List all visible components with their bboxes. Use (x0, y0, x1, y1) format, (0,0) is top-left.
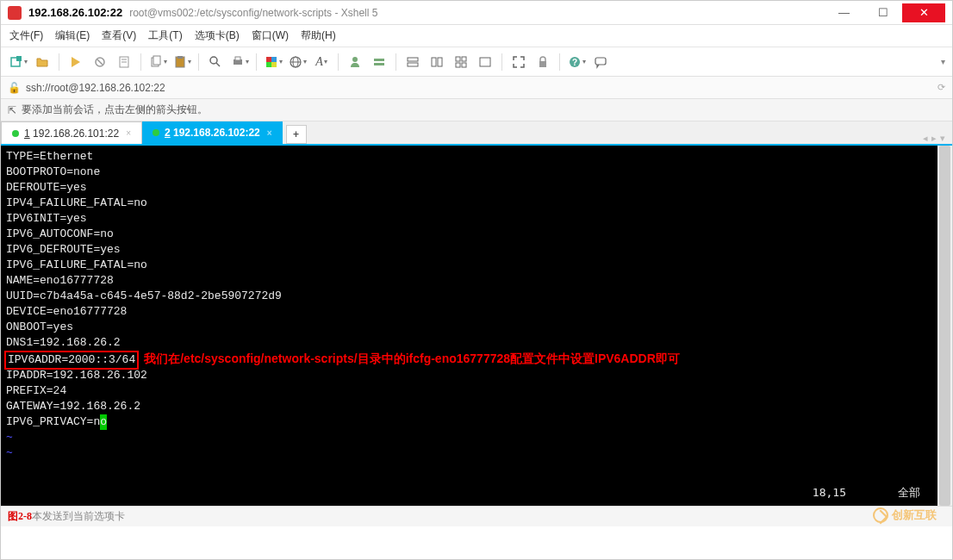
properties-button[interactable] (114, 52, 134, 72)
status-text: 本发送到当前选项卡 (32, 509, 125, 524)
tab-nav: ◂ ▸ ▾ (923, 133, 945, 144)
svg-rect-25 (408, 63, 418, 66)
reconnect-button[interactable] (65, 52, 86, 72)
svg-rect-28 (456, 57, 460, 61)
svg-rect-31 (462, 63, 466, 67)
layout-horizontal-button[interactable] (402, 52, 423, 72)
menu-view[interactable]: 查看(V) (102, 28, 136, 43)
terminal[interactable]: TYPE=Ethernet BOOTPROTO=none DEFROUTE=ye… (1, 146, 937, 506)
ftp-button[interactable] (369, 52, 389, 72)
print-button[interactable] (229, 52, 250, 72)
svg-rect-26 (432, 58, 436, 66)
svg-rect-36 (595, 58, 606, 65)
terminal-line: PREFIX=24 (6, 384, 66, 397)
session-tab-1[interactable]: 1 192.168.26.101:22 × (1, 121, 142, 144)
terminal-line: IPV6_FAILURE_FATAL=no (6, 258, 147, 271)
cursor-position: 18,15 (813, 486, 846, 499)
toolbar-expand[interactable]: ▾ (941, 57, 945, 66)
menu-window[interactable]: 窗口(W) (252, 28, 289, 43)
tab-prev-icon[interactable]: ◂ (923, 133, 928, 144)
toolbar-sep (501, 53, 502, 71)
fullscreen-button[interactable] (508, 52, 529, 72)
terminal-line: IPV6_AUTOCONF=no (6, 227, 114, 240)
svg-rect-32 (480, 58, 490, 66)
copy-button[interactable] (147, 52, 168, 72)
window-title-sub: root@vms002:/etc/sysconfig/network-scrip… (129, 7, 377, 19)
toolbar-sep (559, 53, 560, 71)
status-dot-icon (12, 130, 19, 137)
session-tab-2[interactable]: 2 192.168.26.102:22 × (142, 121, 283, 144)
window-title-main: 192.168.26.102:22 (28, 6, 122, 19)
svg-rect-9 (178, 56, 183, 59)
disconnect-button[interactable] (90, 52, 110, 72)
terminal-line: IPV4_FAILURE_FATAL=no (6, 196, 147, 209)
tab-next-icon[interactable]: ▸ (931, 133, 937, 144)
lock-button[interactable] (533, 52, 553, 72)
toolbar: A ? ▾ (1, 47, 952, 77)
toolbar-sep (396, 53, 396, 71)
paste-button[interactable] (171, 52, 192, 72)
new-session-button[interactable] (8, 52, 28, 72)
annotation-text: 我们在/etc/sysconfig/network-scripts/目录中的if… (144, 352, 680, 365)
terminal-line: TYPE=Ethernet (6, 150, 93, 163)
svg-point-21 (352, 57, 358, 62)
terminal-scrollbar[interactable] (937, 146, 952, 506)
svg-rect-30 (456, 63, 460, 67)
terminal-line: UUID=c7b4a45a-c645-4e57-88d2-2be5907272d… (6, 289, 282, 302)
menu-edit[interactable]: 编辑(E) (55, 28, 90, 43)
font-button[interactable]: A (311, 52, 332, 72)
tab-close-icon[interactable]: × (267, 128, 272, 138)
toolbar-sep (256, 53, 257, 71)
menu-tools[interactable]: 工具(T) (148, 28, 182, 43)
tab-label: 192.168.26.101:22 (33, 128, 119, 140)
user-button[interactable] (345, 52, 365, 72)
new-tab-button[interactable]: + (286, 125, 307, 144)
maximize-button[interactable]: ☐ (863, 3, 902, 22)
watermark-text: 创新互联 (892, 507, 937, 523)
vim-status-line: 18,15全部 (761, 485, 920, 501)
svg-rect-29 (462, 57, 466, 61)
highlighted-config-line: IPV6ADDR=2000::3/64 (4, 351, 139, 370)
svg-rect-1 (16, 56, 22, 61)
svg-rect-16 (266, 62, 271, 67)
terminal-line: DEVICE=eno16777728 (6, 305, 127, 318)
terminal-line: IPV6_DEFROUTE=yes (6, 243, 121, 256)
tab-close-icon[interactable]: × (126, 128, 131, 138)
tab-label: 192.168.26.102:22 (173, 127, 260, 139)
svg-line-11 (216, 63, 220, 66)
color-scheme-button[interactable] (263, 52, 283, 72)
vim-tilde: ~ (6, 446, 13, 459)
address-text[interactable]: ssh://root@192.168.26.102:22 (26, 82, 937, 94)
address-refresh-icon[interactable]: ⟳ (937, 82, 945, 93)
add-session-arrow-icon[interactable]: ⇱ (8, 104, 16, 116)
open-button[interactable] (32, 52, 53, 72)
svg-rect-27 (438, 58, 442, 66)
watermark-icon (873, 507, 888, 523)
close-button[interactable]: ✕ (902, 3, 945, 22)
svg-point-10 (210, 57, 217, 64)
menu-help[interactable]: 帮助(H) (301, 28, 336, 43)
menu-tab[interactable]: 选项卡(B) (195, 28, 240, 43)
menu-file[interactable]: 文件(F) (9, 28, 43, 43)
terminal-container: TYPE=Ethernet BOOTPROTO=none DEFROUTE=ye… (1, 146, 952, 506)
layout-vertical-button[interactable] (427, 52, 447, 72)
svg-rect-17 (271, 62, 277, 67)
window-controls: — ☐ ✕ (825, 3, 945, 22)
terminal-cursor: o (100, 414, 107, 430)
titlebar: 192.168.26.102:22 root@vms002:/etc/sysco… (1, 1, 952, 25)
tab-menu-icon[interactable]: ▾ (940, 133, 945, 144)
layout-grid-button[interactable] (451, 52, 471, 72)
chat-button[interactable] (590, 52, 611, 72)
menubar: 文件(F) 编辑(E) 查看(V) 工具(T) 选项卡(B) 窗口(W) 帮助(… (1, 25, 952, 47)
minimize-button[interactable]: — (825, 3, 863, 22)
toolbar-sep (338, 53, 339, 71)
terminal-line: GATEWAY=192.168.26.2 (6, 400, 140, 413)
terminal-line: DNS1=192.168.26.2 (6, 336, 121, 349)
help-icon-button[interactable]: ? (566, 52, 587, 72)
search-button[interactable] (205, 52, 226, 72)
globe-button[interactable] (287, 52, 308, 72)
address-bar: 🔓 ssh://root@192.168.26.102:22 ⟳ (1, 77, 952, 99)
layout-reset-button[interactable] (475, 52, 495, 72)
scrollbar-thumb[interactable] (939, 146, 950, 506)
info-text: 要添加当前会话，点击左侧的箭头按钮。 (22, 103, 208, 117)
